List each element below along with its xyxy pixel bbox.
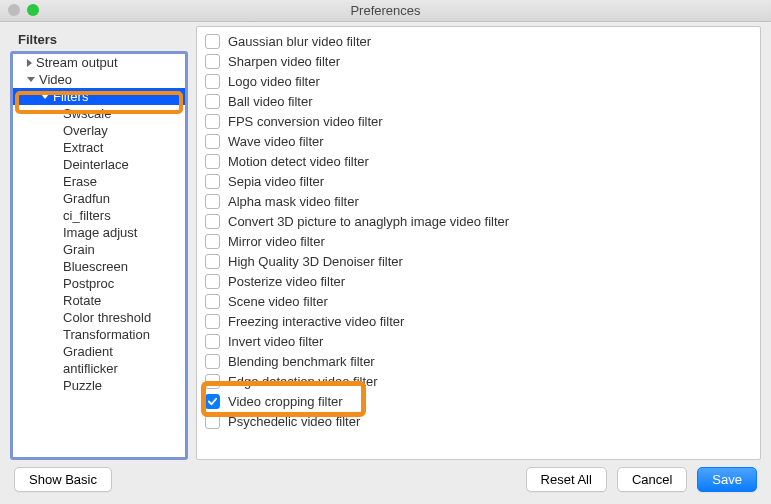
filter-checkbox[interactable] (205, 254, 220, 269)
tree-item-label: Filters (53, 89, 88, 104)
filter-row: Logo video filter (205, 71, 760, 91)
tree-item-label: Video (39, 72, 72, 87)
filter-row: Alpha mask video filter (205, 191, 760, 211)
tree-item-label: antiflicker (63, 361, 118, 376)
tree-item[interactable]: Gradfun (13, 190, 185, 207)
filter-checkbox[interactable] (205, 34, 220, 49)
filter-label: Sharpen video filter (228, 54, 340, 69)
filter-checkbox[interactable] (205, 114, 220, 129)
filter-checkbox[interactable] (205, 374, 220, 389)
tree-item[interactable]: Erase (13, 173, 185, 190)
filter-row: Blending benchmark filter (205, 351, 760, 371)
tree-item[interactable]: Video (13, 71, 185, 88)
tree-item-label: Swscale (63, 106, 111, 121)
caret-right-icon (27, 59, 32, 67)
tree-item-label: Postproc (63, 276, 114, 291)
tree-item[interactable]: Grain (13, 241, 185, 258)
reset-all-button[interactable]: Reset All (526, 467, 607, 492)
filter-checkbox[interactable] (205, 274, 220, 289)
show-basic-button[interactable]: Show Basic (14, 467, 112, 492)
tree-item-label: Deinterlace (63, 157, 129, 172)
tree-item-label: Rotate (63, 293, 101, 308)
filter-checkbox[interactable] (205, 194, 220, 209)
tree-item[interactable]: Bluescreen (13, 258, 185, 275)
filter-row: Motion detect video filter (205, 151, 760, 171)
filter-label: Posterize video filter (228, 274, 345, 289)
tree-item[interactable]: Filters (13, 88, 185, 105)
tree-item-label: Bluescreen (63, 259, 128, 274)
filter-row: Convert 3D picture to anaglyph image vid… (205, 211, 760, 231)
tree-item[interactable]: Gradient (13, 343, 185, 360)
tree-item-label: Puzzle (63, 378, 102, 393)
filter-tree[interactable]: Stream outputVideoFiltersSwscaleOverlayE… (10, 51, 188, 460)
tree-item[interactable]: Puzzle (13, 377, 185, 394)
tree-item[interactable]: antiflicker (13, 360, 185, 377)
filter-label: Edge detection video filter (228, 374, 378, 389)
filter-checkbox[interactable] (205, 294, 220, 309)
tree-item[interactable]: Overlay (13, 122, 185, 139)
filter-label: Freezing interactive video filter (228, 314, 404, 329)
filter-label: Gaussian blur video filter (228, 34, 371, 49)
filter-label: Invert video filter (228, 334, 323, 349)
filter-checkbox[interactable] (205, 154, 220, 169)
filter-label: Mirror video filter (228, 234, 325, 249)
save-button[interactable]: Save (697, 467, 757, 492)
filter-checkbox[interactable] (205, 334, 220, 349)
tree-item-label: Gradient (63, 344, 113, 359)
tree-item-label: Grain (63, 242, 95, 257)
tree-item[interactable]: Postproc (13, 275, 185, 292)
tree-item[interactable]: Rotate (13, 292, 185, 309)
tree-item-label: Gradfun (63, 191, 110, 206)
window-controls (8, 4, 39, 16)
tree-item[interactable]: ci_filters (13, 207, 185, 224)
filter-row: FPS conversion video filter (205, 111, 760, 131)
filter-checkbox[interactable] (205, 94, 220, 109)
footer: Show Basic Reset All Cancel Save (0, 460, 771, 504)
filter-checkbox[interactable] (205, 394, 220, 409)
filter-row: Wave video filter (205, 131, 760, 151)
titlebar: Preferences (0, 0, 771, 22)
tree-item-label: Overlay (63, 123, 108, 138)
zoom-window-icon[interactable] (27, 4, 39, 16)
filter-row: Sepia video filter (205, 171, 760, 191)
filter-checkbox[interactable] (205, 354, 220, 369)
close-window-icon[interactable] (8, 4, 20, 16)
tree-item[interactable]: Deinterlace (13, 156, 185, 173)
caret-down-icon (41, 94, 49, 99)
tree-item-label: Stream output (36, 55, 118, 70)
filter-row: Video cropping filter (205, 391, 760, 411)
tree-item[interactable]: Image adjust (13, 224, 185, 241)
filter-row: Edge detection video filter (205, 371, 760, 391)
filter-options-panel: Gaussian blur video filterSharpen video … (196, 26, 761, 460)
tree-item-label: Transformation (63, 327, 150, 342)
filter-row: Invert video filter (205, 331, 760, 351)
tree-item[interactable]: Extract (13, 139, 185, 156)
filter-checkbox[interactable] (205, 54, 220, 69)
filter-row: Posterize video filter (205, 271, 760, 291)
filter-label: Wave video filter (228, 134, 324, 149)
filter-row: Psychedelic video filter (205, 411, 760, 431)
filter-checkbox[interactable] (205, 234, 220, 249)
tree-item[interactable]: Swscale (13, 105, 185, 122)
filter-row: Mirror video filter (205, 231, 760, 251)
filter-label: Motion detect video filter (228, 154, 369, 169)
window-title: Preferences (350, 3, 420, 18)
tree-item[interactable]: Transformation (13, 326, 185, 343)
section-header-filters: Filters (10, 26, 188, 51)
filter-label: FPS conversion video filter (228, 114, 383, 129)
filter-checkbox[interactable] (205, 134, 220, 149)
tree-item[interactable]: Color threshold (13, 309, 185, 326)
cancel-button[interactable]: Cancel (617, 467, 687, 492)
filter-label: Video cropping filter (228, 394, 343, 409)
filter-checkbox-list[interactable]: Gaussian blur video filterSharpen video … (197, 27, 760, 459)
filter-checkbox[interactable] (205, 174, 220, 189)
caret-down-icon (27, 77, 35, 82)
tree-item-label: Color threshold (63, 310, 151, 325)
filter-checkbox[interactable] (205, 314, 220, 329)
filter-checkbox[interactable] (205, 414, 220, 429)
filter-checkbox[interactable] (205, 74, 220, 89)
filter-label: Blending benchmark filter (228, 354, 375, 369)
tree-item[interactable]: Stream output (13, 54, 185, 71)
filter-checkbox[interactable] (205, 214, 220, 229)
tree-item-label: Erase (63, 174, 97, 189)
